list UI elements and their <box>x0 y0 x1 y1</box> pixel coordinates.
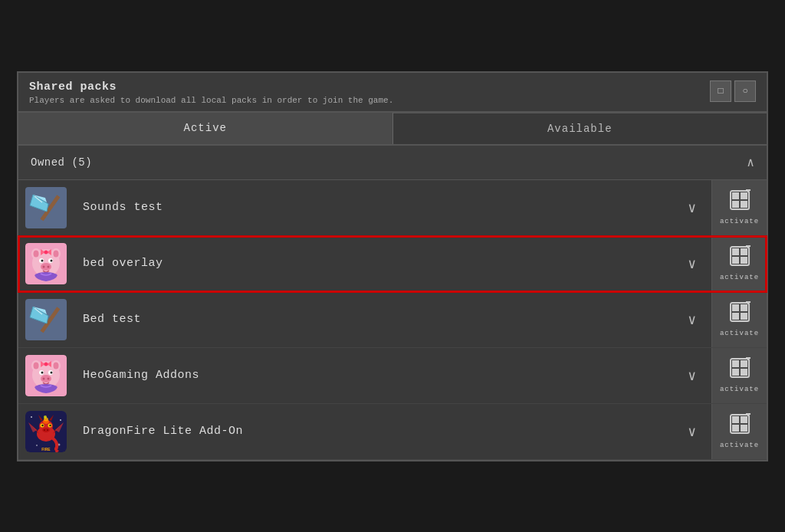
pack-icon-sounds-test <box>18 180 74 235</box>
panel-subtitle: Players are asked to download all local … <box>29 96 393 105</box>
svg-rect-8 <box>732 201 739 208</box>
svg-point-23 <box>43 265 45 268</box>
activate-bed-test-btn[interactable]: Activate <box>711 292 767 347</box>
svg-point-22 <box>41 263 51 271</box>
svg-point-57 <box>41 375 51 383</box>
svg-point-27 <box>44 250 48 254</box>
svg-rect-43 <box>732 313 739 320</box>
activate-sounds-test-btn[interactable]: Activate <box>711 180 767 235</box>
svg-point-86 <box>42 428 50 432</box>
activate-sounds-test-label: Activate <box>720 218 759 225</box>
svg-point-84 <box>41 424 43 425</box>
expand-heo-gaming-btn[interactable]: ∨ <box>672 367 711 384</box>
axe-icon-sounds <box>25 187 67 228</box>
svg-rect-6 <box>732 192 739 199</box>
svg-rect-99 <box>732 425 739 432</box>
svg-point-62 <box>44 362 48 366</box>
section-collapse-btn[interactable]: ∧ <box>747 155 754 170</box>
svg-point-91 <box>44 415 47 419</box>
panel-header: Shared packs Players are asked to downlo… <box>18 73 767 113</box>
svg-point-20 <box>41 259 44 261</box>
svg-rect-29 <box>732 248 739 255</box>
activate-bed-overlay-btn[interactable]: Activate <box>711 236 767 291</box>
pack-icon-bed-test <box>18 292 74 347</box>
svg-point-56 <box>51 371 53 373</box>
svg-rect-65 <box>741 360 747 367</box>
svg-rect-66 <box>732 369 739 376</box>
activate-bed-test-label: Activate <box>720 330 759 337</box>
svg-rect-44 <box>741 313 747 320</box>
svg-rect-64 <box>732 360 739 367</box>
svg-point-85 <box>49 424 51 425</box>
tab-available[interactable]: Available <box>393 113 767 144</box>
activate-dragonfire-label: Activate <box>720 442 759 449</box>
shared-packs-panel: Shared packs Players are asked to downlo… <box>17 71 768 461</box>
tab-active[interactable]: Active <box>18 113 393 144</box>
activate-icon <box>729 189 751 215</box>
activate-icon-bed-test <box>729 301 751 327</box>
svg-point-51 <box>34 362 39 369</box>
pack-item-bed-test: Bed test ∨ Activate <box>18 292 767 348</box>
svg-rect-67 <box>741 369 747 376</box>
svg-point-16 <box>34 250 39 257</box>
activate-dragonfire-btn[interactable]: Activate <box>711 404 767 459</box>
pack-name-bed-overlay: bed overlay <box>74 257 672 270</box>
activate-heo-gaming-btn[interactable]: Activate <box>711 348 767 403</box>
svg-point-88 <box>47 429 48 431</box>
svg-rect-32 <box>741 257 747 264</box>
pig-icon-heo-gaming <box>25 355 67 396</box>
svg-point-55 <box>41 371 44 373</box>
expand-sounds-test-btn[interactable]: ∨ <box>672 199 711 216</box>
svg-rect-100 <box>741 425 747 432</box>
pack-item-bed-overlay: bed overlay ∨ Activate <box>18 236 767 292</box>
activate-heo-gaming-label: Activate <box>720 386 759 393</box>
dragon-icon: FIRE <box>25 411 67 452</box>
svg-rect-98 <box>741 416 747 423</box>
svg-point-73 <box>36 445 38 446</box>
window-icon-btn[interactable]: □ <box>710 80 731 102</box>
panel-title: Shared packs <box>29 80 393 94</box>
svg-point-72 <box>60 419 61 421</box>
svg-point-17 <box>54 250 59 257</box>
pack-name-bed-test: Bed test <box>74 313 672 326</box>
close-icon-btn[interactable]: ○ <box>734 80 756 102</box>
pack-icon-bed-overlay <box>18 236 74 291</box>
svg-point-71 <box>31 416 32 418</box>
svg-rect-31 <box>732 257 739 264</box>
header-buttons: □ ○ <box>710 80 756 102</box>
svg-point-21 <box>51 259 53 261</box>
pack-item-heo-gaming: HeoGaming Addons ∨ Activate <box>18 348 767 404</box>
section-title: Owned (5) <box>31 156 92 169</box>
pack-item-dragonfire: FIRE DragonFire Lite Add-On ∨ <box>18 404 767 460</box>
svg-point-24 <box>48 265 50 268</box>
svg-point-87 <box>44 429 45 431</box>
activate-icon-bed-overlay <box>729 245 751 271</box>
pig-icon-bed-overlay <box>25 243 67 284</box>
svg-rect-7 <box>741 192 747 199</box>
svg-text:FIRE: FIRE <box>41 447 51 452</box>
pack-list: Sounds test ∨ Activate <box>18 180 767 460</box>
svg-point-52 <box>54 362 59 369</box>
pack-name-heo-gaming: HeoGaming Addons <box>74 369 672 382</box>
pack-item-sounds-test: Sounds test ∨ Activate <box>18 180 767 236</box>
activate-bed-overlay-label: Activate <box>720 274 759 281</box>
svg-point-58 <box>43 377 45 379</box>
svg-rect-41 <box>732 304 739 311</box>
pack-icon-dragonfire: FIRE <box>18 404 74 459</box>
pack-icon-heo-gaming <box>18 348 74 403</box>
expand-bed-test-btn[interactable]: ∨ <box>672 311 711 328</box>
svg-point-59 <box>48 377 50 379</box>
svg-rect-97 <box>732 416 739 423</box>
svg-rect-42 <box>741 304 747 311</box>
pack-name-dragonfire: DragonFire Lite Add-On <box>74 425 672 438</box>
svg-rect-30 <box>741 248 747 255</box>
expand-dragonfire-btn[interactable]: ∨ <box>672 423 711 440</box>
tab-bar: Active Available <box>18 113 767 146</box>
pack-name-sounds-test: Sounds test <box>74 201 672 214</box>
axe-icon-bed-test <box>25 299 67 340</box>
svg-rect-9 <box>741 201 747 208</box>
section-header: Owned (5) ∧ <box>18 146 767 180</box>
activate-icon-dragonfire <box>729 413 751 439</box>
expand-bed-overlay-btn[interactable]: ∨ <box>672 255 711 272</box>
activate-icon-heo-gaming <box>729 357 751 383</box>
